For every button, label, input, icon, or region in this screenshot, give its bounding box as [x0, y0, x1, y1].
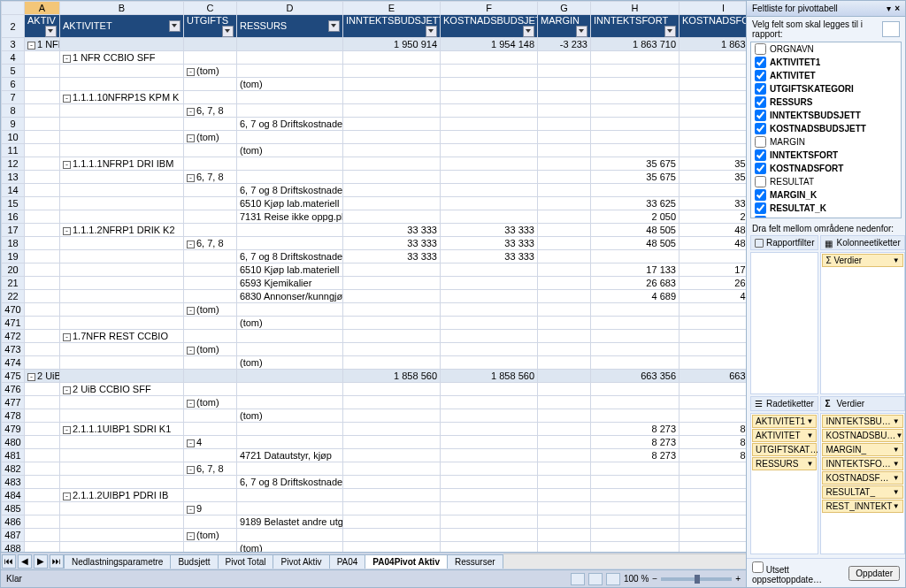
cell[interactable]: 7131 Reise ikke oppg.pl. — [237, 210, 343, 224]
cell[interactable] — [25, 104, 60, 118]
cell[interactable] — [184, 476, 237, 489]
cell[interactable] — [25, 462, 60, 476]
row-header[interactable]: 477 — [2, 396, 25, 409]
cell[interactable] — [25, 356, 60, 370]
col-header[interactable]: F — [441, 2, 538, 15]
cell[interactable]: -6, 7, 8 — [184, 171, 237, 184]
cell[interactable] — [680, 51, 747, 65]
cell[interactable] — [25, 131, 60, 144]
row-header[interactable]: 486 — [2, 515, 25, 529]
col-header[interactable]: E — [343, 2, 441, 15]
pivot-field[interactable]: ORGNAVN — [751, 42, 901, 56]
cell[interactable] — [538, 317, 591, 330]
row-header[interactable]: 14 — [2, 184, 25, 197]
cell[interactable] — [237, 383, 343, 396]
cell[interactable] — [25, 449, 60, 462]
area-cols[interactable]: Σ Verdier▼ — [820, 252, 904, 394]
chevron-down-icon[interactable]: ▼ — [893, 474, 900, 482]
cell[interactable] — [184, 383, 237, 396]
view-normal-icon[interactable] — [571, 573, 585, 585]
cell[interactable] — [591, 330, 680, 343]
cell[interactable] — [60, 502, 184, 515]
zoom-in-icon[interactable]: + — [735, 574, 741, 584]
cell[interactable]: 33 625 — [680, 197, 747, 210]
row-header[interactable]: 3 — [2, 38, 25, 51]
pivot-field[interactable]: RESULTAT — [751, 175, 901, 188]
cell[interactable] — [60, 396, 184, 409]
cell[interactable] — [25, 118, 60, 131]
row-header[interactable]: 2 — [2, 15, 25, 38]
cell[interactable] — [441, 462, 538, 476]
cell[interactable] — [343, 330, 441, 343]
cell[interactable] — [60, 65, 184, 78]
cell[interactable] — [184, 489, 237, 502]
cell[interactable] — [343, 65, 441, 78]
cell[interactable] — [441, 51, 538, 65]
cell[interactable] — [60, 303, 184, 317]
cell[interactable]: 33 333 — [343, 224, 441, 237]
cell[interactable] — [343, 290, 441, 303]
col-header[interactable]: D — [237, 2, 343, 15]
cell[interactable] — [25, 250, 60, 263]
row-header[interactable]: 480 — [2, 436, 25, 449]
sheet-tab[interactable]: Pivot Aktiv — [273, 554, 329, 569]
cell[interactable] — [60, 210, 184, 224]
cell[interactable] — [184, 224, 237, 237]
pivot-field[interactable]: RESSURS — [751, 95, 901, 109]
col-header[interactable]: H — [591, 2, 680, 15]
cell[interactable] — [25, 157, 60, 171]
cell[interactable] — [60, 290, 184, 303]
cell[interactable]: 35 675 — [591, 171, 680, 184]
collapse-icon[interactable]: - — [63, 333, 71, 341]
row-header[interactable]: 22 — [2, 290, 25, 303]
cell[interactable]: (tom) — [237, 317, 343, 330]
chevron-down-icon[interactable]: ▼ — [807, 417, 814, 425]
cell[interactable]: 48 505 — [591, 224, 680, 237]
cell[interactable]: 6, 7 og 8 Driftskostnader — [237, 184, 343, 197]
cell[interactable] — [343, 210, 441, 224]
area-item[interactable]: REST_INNTEKT▼ — [822, 500, 902, 513]
cell[interactable] — [343, 51, 441, 65]
cell[interactable]: 6510 Kjøp lab.materiell — [237, 263, 343, 277]
cell[interactable] — [237, 436, 343, 449]
field-checkbox[interactable] — [755, 57, 766, 68]
cell[interactable] — [343, 91, 441, 104]
cell[interactable] — [591, 184, 680, 197]
cell[interactable] — [591, 51, 680, 65]
chevron-down-icon[interactable]: ▼ — [893, 417, 900, 425]
cell[interactable] — [538, 210, 591, 224]
cell[interactable] — [441, 144, 538, 157]
cell[interactable] — [538, 263, 591, 277]
cell[interactable] — [538, 449, 591, 462]
cell[interactable] — [680, 65, 747, 78]
cell[interactable] — [538, 515, 591, 529]
cell[interactable]: 33 333 — [441, 237, 538, 250]
cell[interactable] — [25, 290, 60, 303]
cell[interactable] — [343, 171, 441, 184]
filter-icon[interactable] — [664, 26, 676, 37]
cell[interactable] — [184, 78, 237, 91]
cell[interactable] — [237, 51, 343, 65]
cell[interactable] — [237, 303, 343, 317]
filter-icon[interactable] — [426, 26, 437, 37]
row-header[interactable]: 474 — [2, 356, 25, 370]
collapse-icon[interactable]: - — [187, 400, 195, 408]
area-filter[interactable] — [750, 252, 818, 394]
collapse-icon[interactable]: - — [187, 108, 195, 116]
cell[interactable] — [538, 423, 591, 436]
cell[interactable] — [538, 65, 591, 78]
cell[interactable] — [237, 529, 343, 542]
cell[interactable]: -4 — [184, 436, 237, 449]
cell[interactable] — [680, 396, 747, 409]
cell[interactable] — [680, 144, 747, 157]
cell[interactable] — [25, 237, 60, 250]
chevron-down-icon[interactable]: ▼ — [893, 488, 900, 496]
cell[interactable] — [25, 263, 60, 277]
row-header[interactable]: 472 — [2, 330, 25, 343]
cell[interactable] — [60, 462, 184, 476]
chevron-down-icon[interactable]: ▼ — [893, 460, 900, 468]
cell[interactable] — [25, 144, 60, 157]
cell[interactable] — [441, 78, 538, 91]
cell[interactable]: 26 683 — [591, 277, 680, 290]
cell[interactable] — [680, 330, 747, 343]
